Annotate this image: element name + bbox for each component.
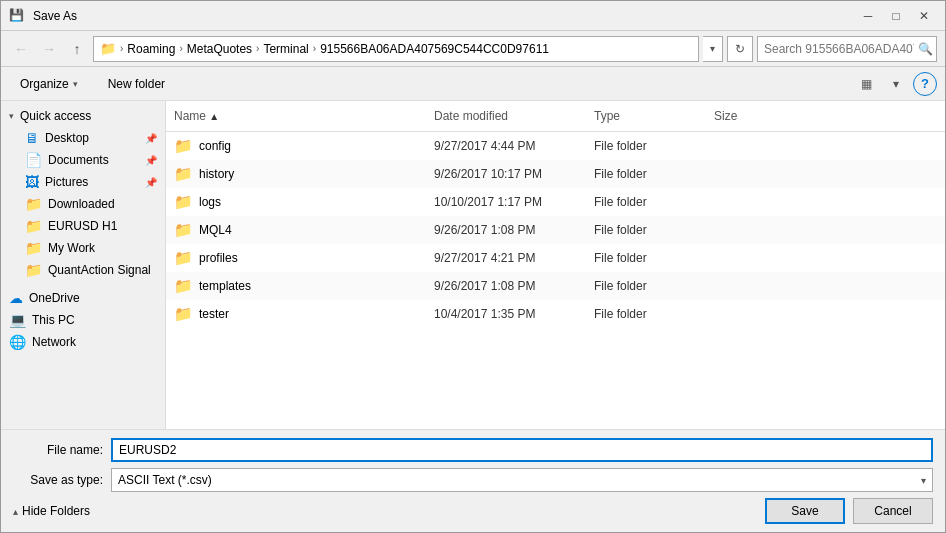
sidebar-item-mywork-label: My Work — [48, 241, 95, 255]
view-mode-button[interactable]: ▦ — [853, 71, 879, 97]
column-size-header[interactable]: Size — [706, 105, 786, 127]
eurusd-icon: 📁 — [25, 218, 42, 234]
organize-button[interactable]: Organize ▾ — [9, 71, 89, 97]
file-cell-size — [706, 255, 786, 261]
address-dropdown-button[interactable]: ▾ — [703, 36, 723, 62]
file-name: config — [199, 139, 231, 153]
file-cell-size — [706, 199, 786, 205]
bottom-actions: ▴ Hide Folders Save Cancel — [13, 498, 933, 524]
file-cell-date: 9/26/2017 1:08 PM — [426, 220, 586, 240]
title-bar: 💾 Save As ─ □ ✕ — [1, 1, 945, 31]
file-row[interactable]: 📁 config 9/27/2017 4:44 PM File folder — [166, 132, 945, 160]
sidebar-item-documents[interactable]: 📄 Documents 📌 — [1, 149, 165, 171]
save-button[interactable]: Save — [765, 498, 845, 524]
up-button[interactable]: ↑ — [65, 37, 89, 61]
file-folder-icon: 📁 — [174, 249, 193, 267]
column-date-header[interactable]: Date modified — [426, 105, 586, 127]
file-row[interactable]: 📁 templates 9/26/2017 1:08 PM File folde… — [166, 272, 945, 300]
hide-folders-button[interactable]: ▴ Hide Folders — [13, 504, 90, 518]
file-cell-type: File folder — [586, 220, 706, 240]
path-segment-metaquotes: MetaQuotes — [187, 42, 252, 56]
forward-button[interactable]: → — [37, 37, 61, 61]
file-cell-date: 10/4/2017 1:35 PM — [426, 304, 586, 324]
minimize-button[interactable]: ─ — [855, 6, 881, 26]
sidebar-item-desktop[interactable]: 🖥 Desktop 📌 — [1, 127, 165, 149]
new-folder-label: New folder — [108, 77, 165, 91]
sidebar-item-pictures-label: Pictures — [45, 175, 88, 189]
view-dropdown-button[interactable]: ▾ — [883, 71, 909, 97]
sidebar: ▾ Quick access 🖥 Desktop 📌 📄 Documents 📌… — [1, 101, 166, 429]
sidebar-item-onedrive[interactable]: ☁ OneDrive — [1, 287, 165, 309]
file-cell-name: 📁 history — [166, 162, 426, 186]
thispc-icon: 💻 — [9, 312, 26, 328]
back-button[interactable]: ← — [9, 37, 33, 61]
file-cell-size — [706, 143, 786, 149]
file-folder-icon: 📁 — [174, 165, 193, 183]
sidebar-item-downloaded[interactable]: 📁 Downloaded — [1, 193, 165, 215]
file-list-header: Name ▲ Date modified Type Size — [166, 101, 945, 132]
file-cell-name: 📁 MQL4 — [166, 218, 426, 242]
file-row[interactable]: 📁 logs 10/10/2017 1:17 PM File folder — [166, 188, 945, 216]
path-segment-roaming: Roaming — [127, 42, 175, 56]
quantaction-icon: 📁 — [25, 262, 42, 278]
sidebar-item-desktop-label: Desktop — [45, 131, 89, 145]
search-box: 🔍 — [757, 36, 937, 62]
file-name: tester — [199, 307, 229, 321]
file-cell-date: 9/26/2017 1:08 PM — [426, 276, 586, 296]
file-area: Name ▲ Date modified Type Size 📁 config … — [166, 101, 945, 429]
file-cell-name: 📁 profiles — [166, 246, 426, 270]
path-folder-icon: 📁 — [100, 41, 116, 56]
savetype-dropdown[interactable]: ASCII Text (*.csv) ▾ — [111, 468, 933, 492]
column-name-header[interactable]: Name ▲ — [166, 105, 426, 127]
file-cell-date: 9/27/2017 4:21 PM — [426, 248, 586, 268]
address-bar: ← → ↑ 📁 › Roaming › MetaQuotes › Termina… — [1, 31, 945, 67]
toolbar: Organize ▾ New folder ▦ ▾ ? — [1, 67, 945, 101]
sidebar-item-pictures[interactable]: 🖼 Pictures 📌 — [1, 171, 165, 193]
file-row[interactable]: 📁 MQL4 9/26/2017 1:08 PM File folder — [166, 216, 945, 244]
file-list: 📁 config 9/27/2017 4:44 PM File folder 📁… — [166, 132, 945, 429]
path-segment-id: 915566BA06ADA407569C544CC0D97611 — [320, 42, 549, 56]
file-cell-type: File folder — [586, 248, 706, 268]
sidebar-item-eurusd[interactable]: 📁 EURUSD H1 — [1, 215, 165, 237]
documents-icon: 📄 — [25, 152, 42, 168]
sidebar-item-thispc-label: This PC — [32, 313, 75, 327]
path-arrow-4: › — [313, 43, 316, 54]
file-folder-icon: 📁 — [174, 193, 193, 211]
network-icon: 🌐 — [9, 334, 26, 350]
file-folder-icon: 📁 — [174, 221, 193, 239]
col-size-label: Size — [714, 109, 737, 123]
file-cell-size — [706, 283, 786, 289]
bottom-section: File name: Save as type: ASCII Text (*.c… — [1, 429, 945, 532]
desktop-icon: 🖥 — [25, 130, 39, 146]
column-type-header[interactable]: Type — [586, 105, 706, 127]
file-row[interactable]: 📁 history 9/26/2017 10:17 PM File folder — [166, 160, 945, 188]
maximize-button[interactable]: □ — [883, 6, 909, 26]
new-folder-button[interactable]: New folder — [97, 71, 176, 97]
title-bar-left: 💾 Save As — [9, 8, 77, 24]
file-name: templates — [199, 279, 251, 293]
pin-icon-desktop: 📌 — [145, 133, 157, 144]
savetype-row: Save as type: ASCII Text (*.csv) ▾ — [13, 468, 933, 492]
help-button[interactable]: ? — [913, 72, 937, 96]
file-row[interactable]: 📁 tester 10/4/2017 1:35 PM File folder — [166, 300, 945, 328]
file-cell-type: File folder — [586, 164, 706, 184]
file-cell-type: File folder — [586, 276, 706, 296]
filename-input[interactable] — [111, 438, 933, 462]
file-row[interactable]: 📁 profiles 9/27/2017 4:21 PM File folder — [166, 244, 945, 272]
close-button[interactable]: ✕ — [911, 6, 937, 26]
refresh-button[interactable]: ↻ — [727, 36, 753, 62]
sidebar-item-network[interactable]: 🌐 Network — [1, 331, 165, 353]
address-path[interactable]: 📁 › Roaming › MetaQuotes › Terminal › 91… — [93, 36, 699, 62]
pin-icon-pictures: 📌 — [145, 177, 157, 188]
sidebar-item-thispc[interactable]: 💻 This PC — [1, 309, 165, 331]
cancel-button[interactable]: Cancel — [853, 498, 933, 524]
file-name: MQL4 — [199, 223, 232, 237]
sidebar-item-quantaction[interactable]: 📁 QuantAction Signal — [1, 259, 165, 281]
path-arrow-2: › — [179, 43, 182, 54]
title-bar-controls: ─ □ ✕ — [855, 6, 937, 26]
search-input[interactable] — [764, 42, 914, 56]
sidebar-item-mywork[interactable]: 📁 My Work — [1, 237, 165, 259]
window-icon: 💾 — [9, 8, 25, 24]
file-cell-size — [706, 171, 786, 177]
sidebar-item-quantaction-label: QuantAction Signal — [48, 263, 151, 277]
